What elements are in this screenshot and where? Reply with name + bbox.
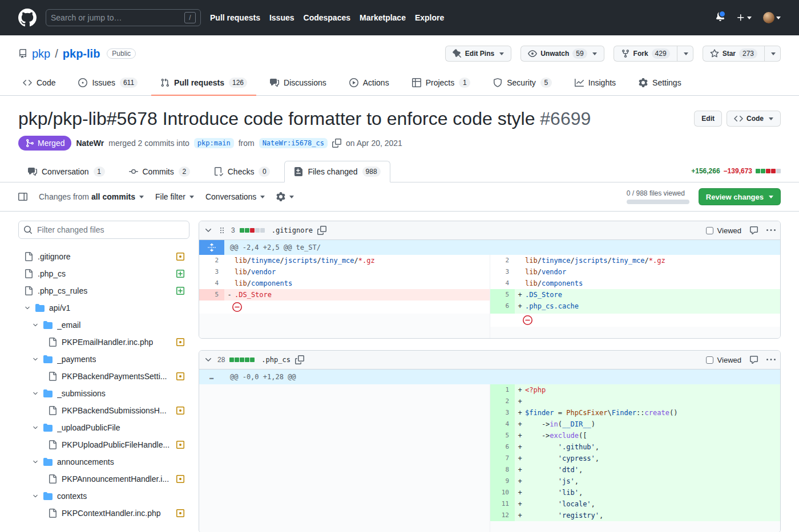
tree-file-item[interactable]: PKPContextHandler.inc.php xyxy=(18,505,189,522)
repo-tab-code[interactable]: Code xyxy=(14,71,64,96)
repo-tab-discussions[interactable]: Discussions xyxy=(261,71,336,96)
file-name[interactable]: .gitignore xyxy=(272,226,313,234)
tree-folder-item[interactable]: _payments xyxy=(18,351,189,368)
pr-tab-commits[interactable]: Commits2 xyxy=(119,161,200,182)
diff-line-number[interactable]: 8 xyxy=(490,464,515,476)
filter-files-input[interactable] xyxy=(37,225,184,234)
tree-file-item[interactable]: PKPBackendPaymentsSetti... xyxy=(18,368,189,385)
diff-line-number[interactable]: 4 xyxy=(490,419,515,430)
diff-line-number[interactable]: 2 xyxy=(199,255,224,266)
copy-path-icon[interactable] xyxy=(317,226,326,235)
top-nav-item[interactable]: Pull requests xyxy=(210,13,260,22)
diff-line-number[interactable]: 4 xyxy=(490,278,515,289)
global-search[interactable]: / xyxy=(46,9,201,26)
collapse-file-chevron-icon[interactable] xyxy=(204,355,213,364)
top-nav-item[interactable]: Issues xyxy=(269,13,294,22)
diff-line-number[interactable]: 1 xyxy=(490,384,515,396)
top-nav-item[interactable]: Codespaces xyxy=(304,13,350,22)
comment-icon[interactable] xyxy=(749,226,758,235)
diff-line-number[interactable]: 11 xyxy=(490,498,515,510)
repo-tab-pull-requests[interactable]: Pull requests126 xyxy=(151,71,256,96)
drag-handle-icon[interactable] xyxy=(217,226,227,235)
diff-gutter-empty xyxy=(199,384,224,396)
conversations-dropdown[interactable]: Conversations xyxy=(205,192,265,201)
expand-hunk-button[interactable] xyxy=(199,240,224,255)
viewed-checkbox[interactable]: Viewed xyxy=(706,226,741,235)
diff-row: 3 lib/vendor3 lib/vendor xyxy=(199,266,780,278)
pr-tab-bar: Conversation1Commits2Checks0Files change… xyxy=(0,161,799,182)
diff-line-number[interactable]: 5 xyxy=(199,289,224,300)
diff-line-number[interactable]: 3 xyxy=(199,266,224,278)
user-menu[interactable] xyxy=(763,12,781,23)
tree-folder-item[interactable]: _uploadPublicFile xyxy=(18,419,189,436)
tree-file-item[interactable]: PKPBackendSubmissionsH... xyxy=(18,402,189,419)
tree-file-item[interactable]: .php_cs_rules xyxy=(18,282,189,299)
top-nav-item[interactable]: Explore xyxy=(415,13,444,22)
changes-from-dropdown[interactable]: Changes from all commits xyxy=(39,192,144,201)
top-nav-item[interactable]: Marketplace xyxy=(360,13,406,22)
kebab-menu-icon[interactable] xyxy=(766,226,776,235)
review-changes-button[interactable]: Review changes xyxy=(699,188,781,205)
star-dropdown-button[interactable] xyxy=(764,46,781,62)
viewed-checkbox[interactable]: Viewed xyxy=(706,356,741,364)
toggle-file-tree-button[interactable] xyxy=(18,192,27,201)
diff-line-number[interactable]: 12 xyxy=(490,510,515,521)
edit-button[interactable]: Edit xyxy=(694,111,722,127)
repo-tab-projects[interactable]: Projects1 xyxy=(403,71,480,96)
tree-folder-item[interactable]: _email xyxy=(18,316,189,334)
tree-folder-item[interactable]: api/v1 xyxy=(18,299,189,316)
diff-line-number[interactable]: 7 xyxy=(490,453,515,464)
tree-folder-item[interactable]: announcements xyxy=(18,453,189,470)
diff-line-number[interactable]: 2 xyxy=(490,396,515,407)
repo-tab-settings[interactable]: Settings xyxy=(629,71,691,96)
fork-button[interactable]: Fork 429 xyxy=(614,46,677,62)
fork-dropdown-button[interactable] xyxy=(677,46,693,62)
pr-tab-checks[interactable]: Checks0 xyxy=(204,161,280,182)
tree-file-item[interactable]: .gitignore xyxy=(18,248,189,265)
tree-file-item[interactable]: .php_cs xyxy=(18,265,189,282)
repo-tab-actions[interactable]: Actions xyxy=(340,71,398,96)
diff-line-number[interactable]: 9 xyxy=(490,476,515,487)
diff-line-number[interactable]: 5 xyxy=(490,430,515,441)
tree-file-item[interactable]: PKPAnnouncementHandler.i... xyxy=(18,470,189,488)
diff-line-number[interactable]: 6 xyxy=(490,441,515,453)
collapse-file-chevron-icon[interactable] xyxy=(204,226,213,235)
diff-settings-dropdown[interactable] xyxy=(276,192,294,201)
repo-tab-security[interactable]: Security5 xyxy=(484,71,561,96)
file-filter-dropdown[interactable]: File filter xyxy=(155,192,194,201)
repo-owner-link[interactable]: pkp xyxy=(32,47,50,60)
pr-tab-conversation[interactable]: Conversation1 xyxy=(18,161,115,182)
create-new-button[interactable] xyxy=(736,13,752,22)
base-branch-label[interactable]: pkp:main xyxy=(194,138,234,148)
tree-file-item[interactable]: PKPEmailHandler.inc.php xyxy=(18,334,189,351)
diff-line-number[interactable]: 3 xyxy=(490,266,515,278)
tree-folder-item[interactable]: _submissions xyxy=(18,385,189,402)
code-button[interactable]: Code xyxy=(727,111,781,127)
repo-name-link[interactable]: pkp-lib xyxy=(63,47,100,60)
tree-file-item[interactable]: PKPUploadPublicFileHandle... xyxy=(18,436,189,453)
edit-pins-button[interactable]: Edit Pins xyxy=(445,46,511,62)
repo-tab-issues[interactable]: Issues611 xyxy=(69,71,147,96)
diff-line-number[interactable]: 4 xyxy=(199,278,224,289)
repo-tab-insights[interactable]: Insights xyxy=(566,71,625,96)
diff-line-number[interactable]: 5 xyxy=(490,289,515,300)
notifications-button[interactable] xyxy=(716,12,725,23)
unwatch-button[interactable]: Unwatch 59 xyxy=(520,46,604,62)
diff-line-number[interactable]: 10 xyxy=(490,487,515,498)
diff-line-number[interactable]: 2 xyxy=(490,255,515,266)
search-input[interactable] xyxy=(51,13,180,22)
file-name[interactable]: .php_cs xyxy=(261,356,290,364)
author-link[interactable]: NateWr xyxy=(76,139,104,148)
pr-tab-files-changed[interactable]: Files changed988 xyxy=(284,161,390,182)
head-branch-label[interactable]: NateWr:i5678_cs xyxy=(259,138,328,148)
diff-line-number[interactable]: 6 xyxy=(490,300,515,314)
file-filter-box[interactable] xyxy=(18,221,189,239)
copy-icon[interactable] xyxy=(332,139,341,148)
copy-path-icon[interactable] xyxy=(295,355,304,364)
kebab-menu-icon[interactable] xyxy=(766,355,776,364)
star-button[interactable]: Star 273 xyxy=(703,46,765,62)
tree-folder-item[interactable]: contexts xyxy=(18,488,189,505)
github-logo-icon[interactable] xyxy=(18,9,37,27)
comment-icon[interactable] xyxy=(749,355,758,364)
diff-line-number[interactable]: 3 xyxy=(490,407,515,419)
